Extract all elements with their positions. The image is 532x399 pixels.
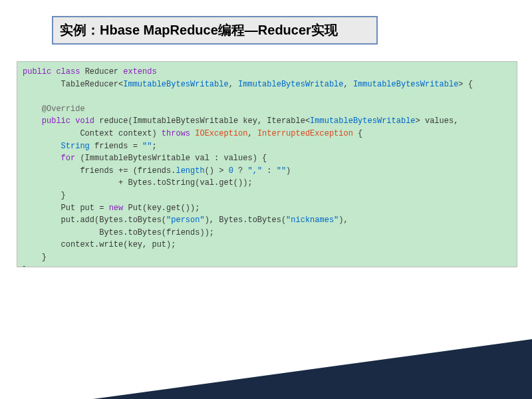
keyword-void: void: [75, 116, 94, 126]
code-text: ,: [344, 80, 353, 89]
code-text: () >: [205, 166, 229, 176]
code-text: ,: [247, 129, 257, 138]
keyword-public: public: [23, 67, 51, 76]
code-text: ,: [229, 80, 238, 89]
code-text: :: [262, 166, 277, 176]
code-text: {: [353, 129, 362, 138]
number-literal: 0: [229, 166, 233, 176]
code-text: Put(key.get());: [123, 203, 200, 213]
generic-type: ImmutableBytesWritable: [310, 116, 415, 126]
keyword-new: new: [109, 203, 124, 213]
slide-title: 实例：Hbase MapReduce编程—Reducer实现: [52, 16, 378, 45]
code-text: Bytes.toBytes(friends));: [23, 228, 214, 237]
code-text: friends =: [90, 142, 142, 151]
code-text: ): [286, 166, 291, 176]
string-literal: "person": [166, 215, 205, 225]
generic-type: ImmutableBytesWritable: [238, 80, 343, 89]
code-block: public class Reducer extends TableReduce…: [17, 61, 517, 267]
exception-type: InterruptedException: [257, 129, 353, 138]
keyword-extends: extends: [123, 67, 156, 76]
indent: [23, 154, 61, 163]
keyword-for: for: [61, 154, 76, 163]
generic-type: ImmutableBytesWritable: [123, 80, 228, 89]
code-text: Context context): [23, 129, 162, 138]
code-text: > values,: [416, 116, 459, 126]
code-text: ;: [152, 142, 156, 151]
code-text: context.write(key, put);: [23, 240, 176, 249]
string-literal: "": [142, 142, 152, 151]
code-text: Put put =: [23, 203, 109, 213]
indent: [23, 104, 42, 114]
string-literal: "": [277, 166, 286, 176]
code-text: ), Bytes.toBytes(: [205, 215, 286, 225]
code-text: TableReducer<: [23, 80, 123, 89]
code-text: + Bytes.toString(val.get());: [23, 178, 253, 188]
code-text: ?: [233, 166, 248, 176]
code-text: }: [23, 265, 27, 268]
type-string: String: [61, 142, 90, 151]
keyword-public: public: [42, 116, 70, 126]
code-text: friends += (friends.: [23, 166, 176, 176]
code-text: ),: [338, 215, 348, 225]
code-text: }: [23, 253, 47, 262]
keyword-class: class: [56, 67, 80, 76]
code-text: put.add(Bytes.toBytes(: [23, 215, 166, 225]
code-text: > {: [458, 80, 473, 89]
exception-type: IOException: [195, 129, 247, 138]
code-text: Reducer: [80, 67, 123, 76]
indent: [23, 142, 61, 151]
code-text: }: [23, 191, 66, 200]
indent: [23, 116, 42, 126]
generic-type: ImmutableBytesWritable: [353, 80, 458, 89]
keyword-throws: throws: [162, 129, 190, 138]
method-call: length: [176, 166, 204, 176]
annotation: @Override: [42, 104, 85, 114]
code-text: reduce(ImmutableBytesWritable key, Itera…: [94, 116, 310, 126]
string-literal: ",": [247, 166, 262, 176]
code-text: (ImmutableBytesWritable val : values) {: [75, 154, 267, 163]
decorative-triangle-dark: [93, 339, 532, 399]
string-literal: "nicknames": [286, 215, 338, 225]
